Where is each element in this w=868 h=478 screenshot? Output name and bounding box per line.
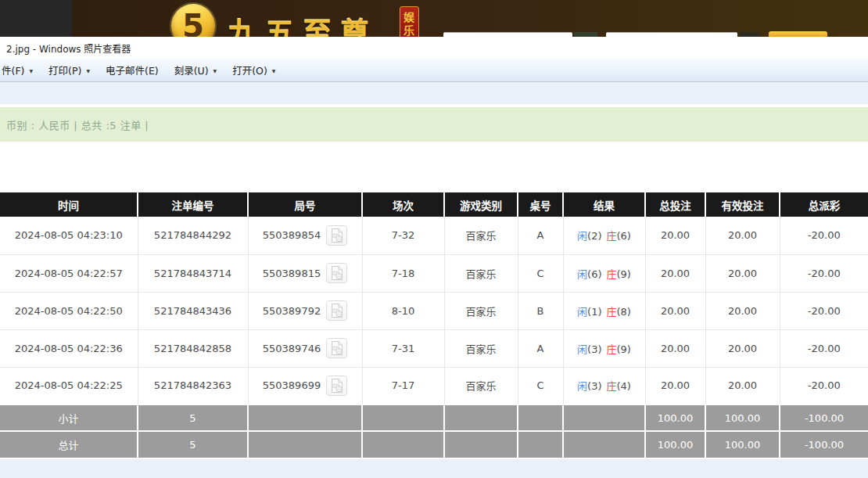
menu-file[interactable]: 件(F) ▼ [2,59,41,81]
player-label: 闲 [577,230,587,242]
cell-valid-bet: 20.00 [705,329,780,367]
cell-time: 2024-08-05 04:22:57 [0,254,138,292]
header-session: 场次 [362,192,444,217]
header-bet-id: 注单编号 [138,192,248,217]
view-record-button[interactable] [326,338,347,358]
cell-game: 百家乐 [444,329,518,367]
header-round: 局号 [248,192,362,217]
cell-valid-bet: 20.00 [705,217,780,254]
menubar: 件(F) ▼ 打印(P) ▼ 电子邮件(E) 刻录(U) ▼ 打开(O) ▼ [0,59,868,82]
total-total-bet: 100.00 [645,431,705,458]
player-label: 闲 [577,306,587,318]
view-record-button[interactable] [326,225,347,246]
window-titlebar[interactable]: 2.jpg - Windows 照片查看器 [0,37,868,59]
document-media-icon [330,340,344,356]
cell-time: 2024-08-05 04:22:50 [0,292,138,329]
document-media-icon [330,378,344,394]
header-total-payout: 总派彩 [780,192,868,217]
total-label: 总计 [0,431,138,458]
cell-table-no: A [518,329,563,367]
subtotal-count: 5 [138,404,248,431]
total-payout: -100.00 [780,431,868,458]
window-title: 2.jpg - Windows 照片查看器 [6,41,131,55]
header-total-bet: 总投注 [645,192,705,217]
brand-title: 九五至尊 [228,10,378,37]
cell-session: 7-31 [362,329,444,367]
cell-total-bet: 20.00 [645,329,705,367]
total-valid-bet: 100.00 [705,431,780,458]
document-media-icon [330,228,344,243]
casino-site-banner: 5 九五至尊 娱乐 [0,0,868,37]
table-row: 2024-08-05 04:22:25 521784842363 5503896… [0,367,868,404]
banker-label: 庄 [607,380,617,392]
cell-result: 闲(2)庄(6) [563,217,645,254]
header-table-no: 桌号 [518,192,563,217]
view-record-button[interactable] [326,300,347,321]
bet-records-table: 时间 注单编号 局号 场次 游戏类别 桌号 结果 总投注 有效投注 总派彩 20… [0,192,868,458]
cell-game: 百家乐 [444,217,518,254]
subtotal-valid-bet: 100.00 [705,404,780,431]
cell-result: 闲(6)庄(9) [563,254,645,292]
header-game-type: 游戏类别 [444,192,518,217]
table-header-row: 时间 注单编号 局号 场次 游戏类别 桌号 结果 总投注 有效投注 总派彩 [0,192,868,217]
menu-open[interactable]: 打开(O) ▼ [224,59,283,81]
total-count: 5 [138,431,248,458]
currency-info-bar: 币别 : 人民币 | 总共 :5 注单 | [0,107,868,142]
subtotal-label: 小计 [0,404,138,431]
header-result: 结果 [563,192,645,217]
cell-game: 百家乐 [444,292,518,329]
cell-result: 闲(3)庄(9) [563,329,645,367]
menu-print[interactable]: 打印(P) ▼ [41,59,98,81]
coin-number: 5 [182,8,204,37]
cell-round: 550389746 [248,329,362,367]
view-record-button[interactable] [326,263,347,283]
image-top-strip [0,82,868,104]
view-record-button[interactable] [326,376,347,396]
cell-session: 8-10 [362,292,444,329]
cell-payout: -20.00 [780,254,868,292]
login-button-partial[interactable] [769,31,827,37]
login-password-field-partial[interactable] [606,32,737,37]
cell-total-bet: 20.00 [645,254,705,292]
banner-dark-slot-2 [740,32,760,37]
image-bottom-strip [0,458,868,478]
entertainment-badge: 娱乐 [400,6,419,37]
cell-session: 7-18 [362,254,444,292]
cell-time: 2024-08-05 04:22:36 [0,329,138,367]
player-label: 闲 [577,380,587,392]
cell-bet-id: 521784843714 [138,254,248,292]
document-media-icon [330,265,344,281]
cell-bet-id: 521784844292 [138,217,248,254]
cell-result: 闲(3)庄(4) [563,367,645,404]
table-row: 2024-08-05 04:22:36 521784842858 5503897… [0,329,868,367]
cell-valid-bet: 20.00 [705,292,780,329]
menu-email[interactable]: 电子邮件(E) [98,59,167,81]
cell-session: 7-32 [362,217,444,254]
player-label: 闲 [577,268,587,280]
cell-table-no: A [518,217,563,254]
chevron-down-icon: ▼ [272,68,276,74]
banner-dark-slot [574,32,597,37]
cell-total-bet: 20.00 [645,367,705,404]
cell-time: 2024-08-05 04:22:25 [0,367,138,404]
chevron-down-icon: ▼ [29,68,33,74]
login-username-field-partial[interactable] [443,32,572,37]
cell-payout: -20.00 [780,367,868,404]
cell-result: 闲(1)庄(8) [563,292,645,329]
subtotal-payout: -100.00 [780,404,868,431]
cell-session: 7-17 [362,367,444,404]
grand-total-row: 总计 5 100.00 100.00 -100.00 [0,431,868,458]
banker-label: 庄 [607,343,617,355]
menu-burn[interactable]: 刻录(U) ▼ [167,59,225,81]
cell-table-no: C [518,254,563,292]
cell-bet-id: 521784843436 [138,292,248,329]
cell-valid-bet: 20.00 [705,367,780,404]
table-row: 2024-08-05 04:22:50 521784843436 5503897… [0,292,868,329]
cell-round: 550389792 [248,292,362,329]
chevron-down-icon: ▼ [213,68,217,74]
banker-label: 庄 [607,306,617,318]
cell-payout: -20.00 [780,329,868,367]
table-row: 2024-08-05 04:23:10 521784844292 5503898… [0,217,868,254]
banker-label: 庄 [607,230,617,242]
currency-info-text: 币别 : 人民币 | 总共 :5 注单 | [6,117,149,132]
